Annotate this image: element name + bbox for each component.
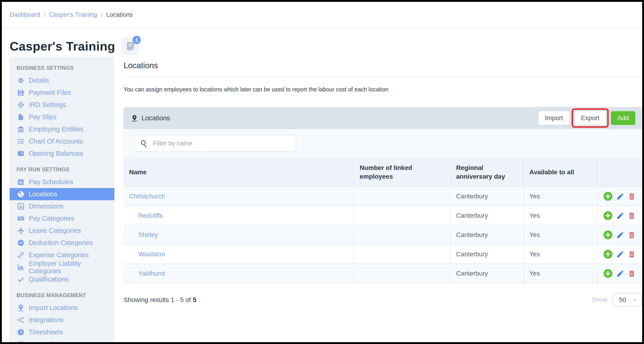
results-total: 5 bbox=[193, 296, 196, 303]
location-link[interactable]: Woolston bbox=[138, 250, 165, 258]
export-highlight-annotation: Export bbox=[572, 108, 609, 128]
add-sublocation-icon[interactable] bbox=[603, 192, 613, 201]
sidebar-item-label: Locations bbox=[29, 190, 57, 198]
bank-icon bbox=[16, 125, 25, 134]
sidebar-item-employing-entities[interactable]: Employing Entities bbox=[10, 123, 114, 135]
sidebar-item-label: Pay Categories bbox=[29, 215, 74, 222]
plane-icon bbox=[16, 227, 25, 235]
sidebar-item-leave-categories[interactable]: Leave Categories bbox=[10, 224, 114, 237]
location-link[interactable]: Christchurch bbox=[129, 193, 165, 200]
delete-icon[interactable] bbox=[628, 231, 636, 239]
dollar-cycle-icon: $ bbox=[16, 251, 25, 259]
sidebar-item-pay-slips[interactable]: Pay Slips bbox=[10, 111, 114, 123]
available-cell: Yes bbox=[524, 245, 597, 264]
globe-icon bbox=[16, 190, 25, 198]
sidebar-item-details[interactable]: Details bbox=[10, 74, 114, 86]
page-size-select[interactable]: 50 bbox=[612, 293, 642, 306]
show-label: Show bbox=[592, 296, 608, 303]
sidebar-item-pay-categories[interactable]: Pay Categories bbox=[10, 212, 114, 224]
sidebar-item-label: Qualifications bbox=[29, 276, 69, 283]
linked-employees-cell bbox=[354, 206, 450, 225]
sidebar-item-expense-categories[interactable]: $ Expense Categories bbox=[10, 249, 114, 261]
people-icon bbox=[16, 340, 25, 342]
sidebar-item-label: IRD Settings bbox=[29, 101, 66, 108]
edit-icon[interactable] bbox=[616, 250, 624, 258]
edit-icon[interactable] bbox=[616, 270, 624, 278]
sidebar-section-business-management: BUSINESS MANAGEMENT bbox=[16, 292, 114, 298]
sidebar-item-qualifications[interactable]: Qualifications bbox=[10, 273, 114, 286]
filter-by-name-input[interactable] bbox=[148, 140, 290, 147]
add-button[interactable]: Add bbox=[611, 111, 635, 125]
add-sublocation-icon[interactable] bbox=[603, 230, 613, 240]
page-title: Casper's Training bbox=[10, 39, 115, 53]
add-sublocation-icon[interactable] bbox=[603, 250, 613, 259]
add-sublocation-icon[interactable] bbox=[603, 211, 613, 220]
available-cell: Yes bbox=[524, 206, 597, 225]
location-link[interactable]: Redcliffs bbox=[138, 212, 163, 219]
breadcrumb-dashboard[interactable]: Dashboard bbox=[10, 11, 40, 18]
export-button[interactable]: Export bbox=[574, 111, 606, 125]
location-link[interactable]: Yaldhurst bbox=[138, 270, 165, 277]
sidebar-item-label: Leave Categories bbox=[29, 227, 81, 234]
sidebar-item-ird-settings[interactable]: IRD Settings bbox=[10, 99, 114, 111]
delete-icon[interactable] bbox=[628, 250, 636, 258]
sidebar-item-label: Details bbox=[29, 77, 49, 84]
location-link[interactable]: Shirley bbox=[138, 231, 158, 238]
breadcrumb-current: Locations bbox=[106, 11, 133, 18]
sidebar-item-label: Import Employees bbox=[29, 340, 82, 342]
sidebar-item-integrations[interactable]: Integrations bbox=[10, 314, 114, 326]
available-cell: Yes bbox=[524, 226, 597, 244]
sidebar-item-label: Employing Entities bbox=[29, 126, 84, 133]
sidebar-item-deduction-categories[interactable]: Deduction Categories bbox=[10, 237, 114, 249]
bar-chart-icon bbox=[16, 202, 25, 210]
section-divider bbox=[124, 76, 642, 77]
clock-icon bbox=[16, 328, 25, 336]
sidebar-item-label: Expense Categories bbox=[29, 251, 89, 259]
sidebar-item-chart-of-accounts[interactable]: Chart Of Accounts bbox=[10, 135, 114, 148]
sidebar-item-label: Timesheets bbox=[29, 328, 63, 336]
add-sublocation-icon[interactable] bbox=[603, 269, 613, 278]
breadcrumb-separator: / bbox=[44, 11, 46, 18]
import-button[interactable]: Import bbox=[538, 111, 569, 125]
sidebar-item-label: Import Locations bbox=[29, 304, 78, 312]
locations-table: Name Number of linked employees Regional… bbox=[124, 158, 642, 284]
edit-icon[interactable] bbox=[616, 231, 624, 239]
delete-icon[interactable] bbox=[628, 270, 636, 278]
notes-button[interactable]: 1 bbox=[122, 37, 140, 55]
table-header-row: Name Number of linked employees Regional… bbox=[124, 158, 642, 186]
available-cell: Yes bbox=[524, 187, 597, 206]
sidebar-item-locations[interactable]: Locations bbox=[10, 188, 114, 200]
sidebar-item-label: Opening Balances bbox=[29, 150, 83, 157]
table-row: Yaldhurst Canterbury Yes bbox=[124, 264, 642, 284]
file-icon bbox=[16, 113, 25, 121]
sidebar-item-label: Dimensions bbox=[29, 202, 64, 210]
edit-icon[interactable] bbox=[616, 192, 624, 200]
sidebar-item-timesheets[interactable]: Timesheets bbox=[10, 326, 114, 338]
delete-icon[interactable] bbox=[628, 192, 636, 200]
main-content: Locations You can assign employees to lo… bbox=[124, 57, 642, 342]
settings-sidebar: BUSINESS SETTINGS Details Payment Files … bbox=[10, 57, 114, 342]
floppy-icon bbox=[16, 89, 25, 97]
list-icon bbox=[16, 137, 25, 146]
sidebar-item-dimensions[interactable]: Dimensions bbox=[10, 200, 114, 212]
column-header-regional-anniversary-day: Regional anniversary day bbox=[450, 158, 524, 186]
sidebar-section-pay-run-settings: PAY RUN SETTINGS bbox=[16, 166, 114, 173]
sidebar-item-employer-liability-categories[interactable]: Employer Liability Categories bbox=[10, 261, 114, 273]
sidebar-item-import-locations[interactable]: Import Locations bbox=[10, 302, 114, 314]
edit-icon[interactable] bbox=[616, 212, 624, 220]
sidebar-item-payment-files[interactable]: Payment Files bbox=[10, 86, 114, 99]
sidebar-item-label: Pay Schedules bbox=[29, 178, 73, 186]
share-icon bbox=[16, 316, 25, 324]
breadcrumb-business[interactable]: Casper's Training bbox=[49, 11, 97, 18]
sidebar-item-opening-balances[interactable]: Opening Balances bbox=[10, 148, 114, 160]
available-cell: Yes bbox=[524, 264, 597, 283]
linked-employees-cell bbox=[354, 245, 450, 264]
column-header-actions bbox=[597, 158, 642, 186]
search-icon bbox=[140, 140, 148, 147]
column-header-name: Name bbox=[124, 158, 354, 186]
column-header-linked-employees: Number of linked employees bbox=[354, 158, 450, 186]
sidebar-item-pay-schedules[interactable]: Pay Schedules bbox=[10, 176, 114, 188]
table-row: Woolston Canterbury Yes bbox=[124, 244, 642, 264]
delete-icon[interactable] bbox=[628, 212, 636, 220]
sidebar-item-import-employees[interactable]: Import Employees bbox=[10, 338, 114, 342]
